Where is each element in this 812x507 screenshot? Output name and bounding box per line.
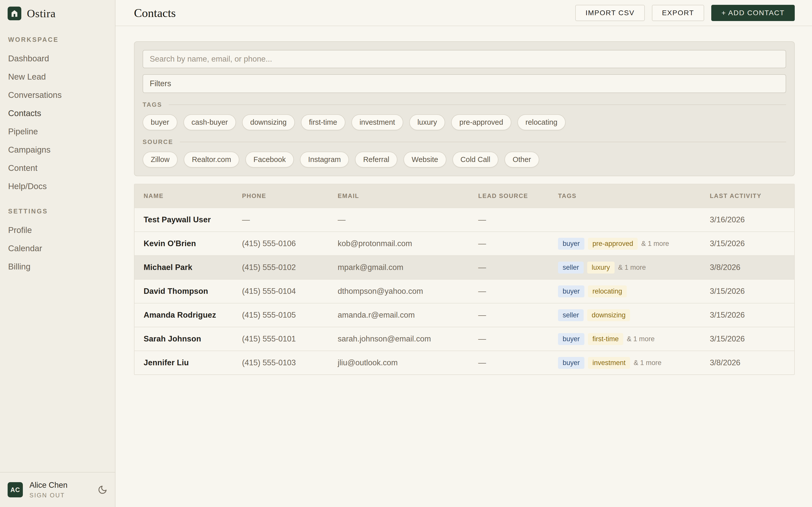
column-header-lead-source: LEAD SOURCE bbox=[478, 184, 558, 208]
sidebar-item-profile[interactable]: Profile bbox=[8, 221, 107, 239]
sidebar-user-panel: AC Alice Chen SIGN OUT bbox=[0, 472, 115, 507]
cell-tags: buyerrelocating bbox=[558, 280, 710, 303]
import-csv-button[interactable]: IMPORT CSV bbox=[575, 5, 645, 21]
tag-chip-pre-approved[interactable]: pre-approved bbox=[451, 114, 511, 130]
tags-group-rule bbox=[169, 104, 786, 105]
table-row[interactable]: Amanda Rodriguez(415) 555-0105amanda.r@e… bbox=[135, 303, 794, 327]
sidebar-item-help-docs[interactable]: Help/Docs bbox=[8, 177, 107, 195]
tag-badge-first-time: first-time bbox=[588, 333, 623, 345]
cell-email: mpark@gmail.com bbox=[338, 256, 478, 279]
source-chip-zillow[interactable]: Zillow bbox=[143, 152, 177, 168]
source-group-label: SOURCE bbox=[143, 138, 173, 146]
cell-last-activity: 3/8/2026 bbox=[710, 256, 794, 279]
table-row[interactable]: Jennifer Liu(415) 555-0103jliu@outlook.c… bbox=[135, 351, 794, 375]
cell-name: Jennifer Liu bbox=[135, 351, 242, 375]
cell-phone: (415) 555-0106 bbox=[242, 232, 338, 255]
tag-chip-buyer[interactable]: buyer bbox=[143, 114, 177, 130]
tag-badge-luxury: luxury bbox=[587, 262, 615, 274]
tag-more-count: & 1 more bbox=[641, 240, 669, 248]
sidebar-item-contacts[interactable]: Contacts bbox=[8, 104, 107, 122]
cell-tags: buyerfirst-time& 1 more bbox=[558, 327, 710, 351]
tag-more-count: & 1 more bbox=[633, 359, 662, 367]
cell-email: dthompson@yahoo.com bbox=[338, 280, 478, 303]
sidebar-item-pipeline[interactable]: Pipeline bbox=[8, 122, 107, 141]
tag-more-count: & 1 more bbox=[627, 335, 655, 343]
export-button[interactable]: EXPORT bbox=[652, 5, 704, 21]
source-chip-other[interactable]: Other bbox=[504, 152, 539, 168]
filters-toggle[interactable]: Filters bbox=[143, 74, 786, 93]
dark-mode-toggle[interactable] bbox=[98, 485, 107, 495]
tag-chip-first-time[interactable]: first-time bbox=[301, 114, 345, 130]
table-row[interactable]: Michael Park(415) 555-0102mpark@gmail.co… bbox=[135, 255, 794, 279]
sidebar-item-dashboard[interactable]: Dashboard bbox=[8, 49, 107, 68]
source-filter-chips: ZillowRealtor.comFacebookInstagramReferr… bbox=[143, 152, 786, 168]
sidebar-item-calendar[interactable]: Calendar bbox=[8, 239, 107, 258]
cell-email: jliu@outlook.com bbox=[338, 351, 478, 375]
column-header-phone: PHONE bbox=[242, 184, 338, 208]
table-row[interactable]: Kevin O'Brien(415) 555-0106kob@protonmai… bbox=[135, 231, 794, 255]
cell-last-activity: 3/15/2026 bbox=[710, 327, 794, 351]
source-chip-cold-call[interactable]: Cold Call bbox=[452, 152, 499, 168]
cell-lead-source: — bbox=[478, 351, 558, 375]
column-header-last-activity: LAST ACTIVITY bbox=[710, 184, 794, 208]
cell-email: amanda.r@email.com bbox=[338, 303, 478, 327]
cell-last-activity: 3/8/2026 bbox=[710, 351, 794, 375]
cell-phone: (415) 555-0105 bbox=[242, 303, 338, 327]
tag-chip-relocating[interactable]: relocating bbox=[517, 114, 566, 130]
tag-badge-relocating: relocating bbox=[588, 285, 627, 297]
tag-badge-buyer: buyer bbox=[558, 285, 585, 297]
cell-email: sarah.johnson@email.com bbox=[338, 327, 478, 351]
sidebar-item-campaigns[interactable]: Campaigns bbox=[8, 141, 107, 159]
source-chip-referral[interactable]: Referral bbox=[355, 152, 397, 168]
cell-lead-source: — bbox=[478, 303, 558, 327]
column-header-email: EMAIL bbox=[338, 184, 478, 208]
main-area: Contacts IMPORT CSV EXPORT + ADD CONTACT… bbox=[115, 0, 812, 507]
content: Filters TAGS buyercash-buyerdownsizingfi… bbox=[115, 26, 812, 375]
cell-tags: buyerinvestment& 1 more bbox=[558, 351, 710, 375]
sidebar: Ostira WORKSPACE DashboardNew LeadConver… bbox=[0, 0, 115, 507]
topbar-actions: IMPORT CSV EXPORT + ADD CONTACT bbox=[575, 5, 795, 21]
contact-name: David Thompson bbox=[144, 287, 208, 296]
source-chip-website[interactable]: Website bbox=[403, 152, 446, 168]
sidebar-item-conversations[interactable]: Conversations bbox=[8, 86, 107, 104]
cell-last-activity: 3/15/2026 bbox=[710, 303, 794, 327]
cell-phone: (415) 555-0101 bbox=[242, 327, 338, 351]
sidebar-item-content[interactable]: Content bbox=[8, 159, 107, 177]
cell-name: Amanda Rodriguez bbox=[135, 303, 242, 327]
add-contact-button[interactable]: + ADD CONTACT bbox=[711, 5, 795, 21]
cell-phone: (415) 555-0103 bbox=[242, 351, 338, 375]
tag-badge-buyer: buyer bbox=[558, 238, 585, 250]
cell-tags: sellerluxury& 1 more bbox=[558, 256, 710, 279]
brand: Ostira bbox=[0, 0, 115, 25]
sidebar-item-new-lead[interactable]: New Lead bbox=[8, 68, 107, 86]
sidebar-item-billing[interactable]: Billing bbox=[8, 258, 107, 276]
tag-chip-luxury[interactable]: luxury bbox=[409, 114, 445, 130]
search-input[interactable] bbox=[143, 50, 786, 68]
sign-out-button[interactable]: SIGN OUT bbox=[30, 492, 67, 499]
cell-name: Sarah Johnson bbox=[135, 327, 242, 351]
column-header-tags: TAGS bbox=[558, 184, 710, 208]
source-chip-facebook[interactable]: Facebook bbox=[245, 152, 294, 168]
table-row[interactable]: Sarah Johnson(415) 555-0101sarah.johnson… bbox=[135, 327, 794, 351]
tag-badge-buyer: buyer bbox=[558, 333, 585, 345]
cell-lead-source: — bbox=[478, 208, 558, 231]
source-chip-instagram[interactable]: Instagram bbox=[300, 152, 349, 168]
cell-lead-source: — bbox=[478, 232, 558, 255]
tag-chip-cash-buyer[interactable]: cash-buyer bbox=[184, 114, 236, 130]
sidebar-nav-workspace: WORKSPACE DashboardNew LeadConversations… bbox=[0, 36, 115, 195]
user-name: Alice Chen bbox=[30, 481, 67, 490]
settings-section-label: SETTINGS bbox=[8, 208, 107, 215]
table-body: Test Paywall User———3/16/2026Kevin O'Bri… bbox=[135, 208, 794, 375]
tag-badge-downsizing: downsizing bbox=[587, 309, 630, 321]
cell-lead-source: — bbox=[478, 280, 558, 303]
tag-chip-investment[interactable]: investment bbox=[351, 114, 403, 130]
cell-name: Kevin O'Brien bbox=[135, 232, 242, 255]
tag-chip-downsizing[interactable]: downsizing bbox=[242, 114, 295, 130]
table-row[interactable]: David Thompson(415) 555-0104dthompson@ya… bbox=[135, 279, 794, 303]
workspace-items: DashboardNew LeadConversationsContactsPi… bbox=[8, 49, 107, 195]
source-chip-realtor-com[interactable]: Realtor.com bbox=[184, 152, 239, 168]
cell-last-activity: 3/15/2026 bbox=[710, 280, 794, 303]
contacts-table: NAMEPHONEEMAILLEAD SOURCETAGSLAST ACTIVI… bbox=[134, 184, 795, 375]
tag-badge-seller: seller bbox=[558, 309, 583, 321]
table-row[interactable]: Test Paywall User———3/16/2026 bbox=[135, 208, 794, 231]
